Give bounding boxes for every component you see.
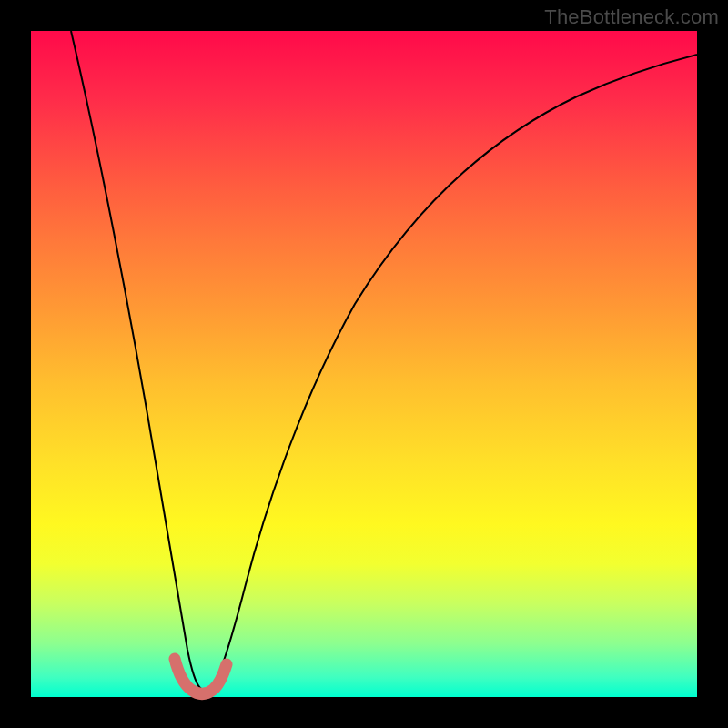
- pink-bump-highlight: [175, 659, 227, 694]
- chart-plot-area: [31, 31, 697, 697]
- curve-svg: [31, 31, 697, 697]
- bottleneck-curve: [71, 31, 697, 691]
- attribution-text: TheBottleneck.com: [544, 5, 719, 29]
